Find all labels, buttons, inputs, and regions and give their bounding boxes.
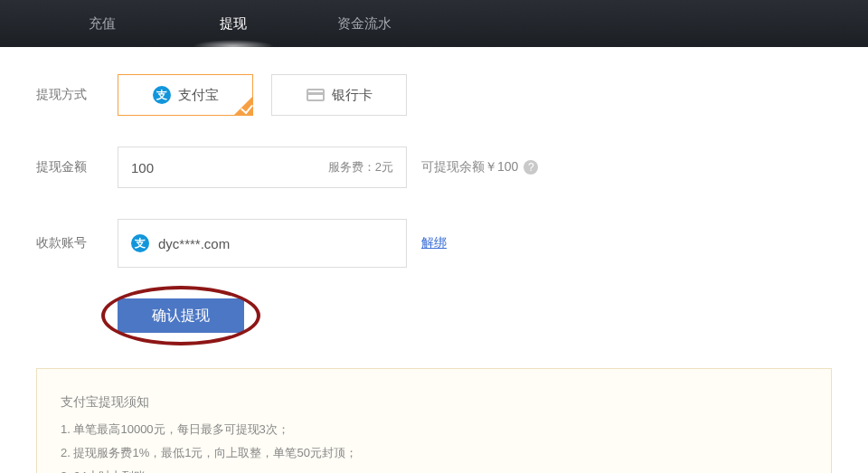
alipay-icon: 支 [153, 86, 171, 104]
label-amount: 提现金额 [36, 159, 118, 175]
notice-line-2: 2. 提现服务费1%，最低1元，向上取整，单笔50元封顶； [61, 441, 807, 465]
method-bank[interactable]: 银行卡 [271, 74, 407, 116]
method-alipay-label: 支付宝 [178, 87, 219, 104]
method-options: 支 支付宝 银行卡 [118, 74, 407, 116]
method-bank-label: 银行卡 [332, 87, 373, 104]
tab-withdraw-label: 提现 [220, 15, 247, 33]
row-method: 提现方式 支 支付宝 银行卡 [36, 74, 832, 116]
confirm-withdraw-button[interactable]: 确认提现 [118, 298, 244, 333]
method-alipay[interactable]: 支 支付宝 [118, 74, 253, 116]
amount-box: 服务费：2元 [118, 147, 407, 188]
account-box: 支 dyc****.com [118, 219, 407, 268]
balance-text: 可提现余额￥100 [421, 159, 518, 175]
row-account: 收款账号 支 dyc****.com 解绑 [36, 219, 832, 268]
tab-recharge[interactable]: 充值 [36, 0, 167, 47]
withdraw-panel: 提现方式 支 支付宝 银行卡 提现金额 服务费：2元 可提现余额￥100 ? 收… [0, 47, 868, 473]
submit-row: 确认提现 [118, 298, 832, 333]
service-fee: 服务费：2元 [328, 159, 393, 175]
tab-flow[interactable]: 资金流水 [298, 0, 429, 47]
unbind-link[interactable]: 解绑 [421, 235, 447, 251]
label-method: 提现方式 [36, 87, 118, 103]
selected-corner-icon [234, 97, 252, 115]
notice-line-1: 1. 单笔最高10000元，每日最多可提现3次； [61, 418, 807, 441]
label-account: 收款账号 [36, 235, 118, 251]
tab-bar: 充值 提现 资金流水 [0, 0, 868, 47]
bank-card-icon [307, 89, 325, 101]
amount-input[interactable] [131, 160, 328, 175]
notice-line-3: 3. 24小时内到账。 [61, 465, 807, 473]
row-amount: 提现金额 服务费：2元 可提现余额￥100 ? [36, 147, 832, 188]
account-value: dyc****.com [158, 236, 230, 251]
available-balance: 可提现余额￥100 ? [421, 159, 538, 175]
notice-title: 支付宝提现须知 [61, 389, 807, 414]
tab-withdraw[interactable]: 提现 [167, 0, 298, 47]
notice-box: 支付宝提现须知 1. 单笔最高10000元，每日最多可提现3次； 2. 提现服务… [36, 368, 832, 473]
help-icon[interactable]: ? [524, 160, 538, 175]
alipay-icon: 支 [131, 234, 149, 252]
